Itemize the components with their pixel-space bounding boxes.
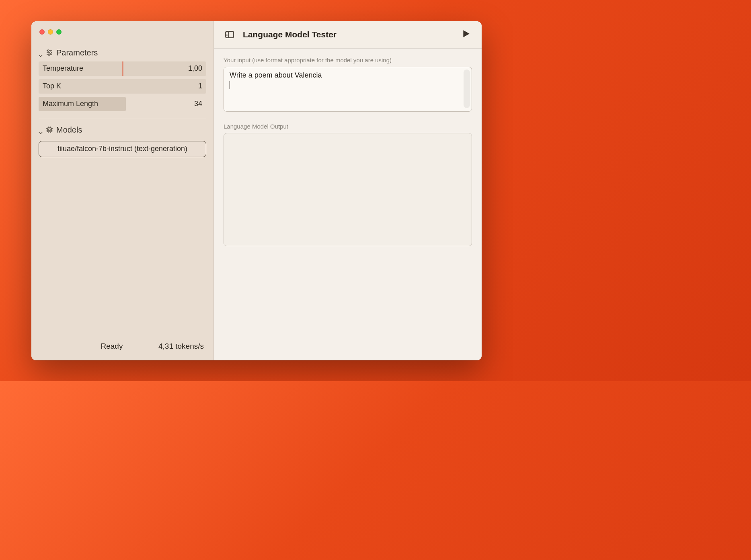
temperature-label: Temperature [43, 64, 83, 73]
token-rate-text: 4,31 tokens/s [158, 342, 204, 351]
maxlen-slider[interactable]: Maximum Length 34 [39, 97, 206, 111]
app-window: Parameters Temperature 1,00 Top K 1 Maxi… [31, 21, 482, 360]
parameters-section-label: Parameters [56, 48, 98, 57]
svg-rect-6 [47, 128, 51, 132]
maxlen-label: Maximum Length [43, 100, 98, 108]
prompt-input-text: Write a poem about Valencia [230, 71, 466, 80]
maxlen-value: 34 [194, 100, 202, 108]
run-button[interactable] [462, 29, 470, 40]
model-selector[interactable]: tiiuae/falcon-7b-instruct (text-generati… [39, 141, 206, 157]
text-cursor [230, 81, 230, 89]
chevron-down-icon [39, 51, 43, 55]
output-field-label: Language Model Output [224, 123, 472, 130]
window-controls [31, 21, 213, 35]
main-pane: Language Model Tester Your input (use fo… [214, 21, 482, 360]
sidebar-toggle-icon[interactable] [225, 31, 234, 38]
svg-rect-16 [226, 31, 234, 38]
minimize-window-button[interactable] [48, 29, 53, 35]
chip-icon [46, 126, 53, 133]
model-selected-label: tiiuae/falcon-7b-instruct (text-generati… [57, 145, 187, 153]
prompt-input[interactable]: Write a poem about Valencia [224, 67, 472, 112]
svg-point-3 [50, 52, 51, 53]
topk-slider[interactable]: Top K 1 [39, 79, 206, 94]
models-section-label: Models [56, 125, 82, 135]
svg-point-1 [47, 50, 49, 51]
sidebar: Parameters Temperature 1,00 Top K 1 Maxi… [31, 21, 214, 360]
models-section-header[interactable]: Models [31, 124, 213, 139]
svg-rect-7 [49, 129, 50, 131]
temperature-value: 1,00 [188, 64, 202, 73]
zoom-window-button[interactable] [56, 29, 62, 35]
toolbar: Language Model Tester [214, 21, 482, 49]
sidebar-footer: Ready 4,31 tokens/s [31, 342, 213, 360]
status-text: Ready [65, 342, 158, 351]
section-divider [39, 118, 206, 118]
svg-point-5 [48, 54, 50, 55]
topk-label: Top K [43, 82, 61, 90]
page-title: Language Model Tester [243, 30, 337, 39]
sliders-icon [46, 49, 53, 56]
parameters-section-header[interactable]: Parameters [31, 47, 213, 61]
temperature-slider[interactable]: Temperature 1,00 [39, 61, 206, 76]
close-window-button[interactable] [39, 29, 45, 35]
chevron-down-icon [39, 128, 43, 132]
topk-value: 1 [198, 82, 202, 90]
content-area: Your input (use format appropriate for t… [214, 49, 482, 254]
output-textarea[interactable] [224, 133, 472, 246]
input-scrollbar[interactable] [464, 69, 470, 108]
input-field-label: Your input (use format appropriate for t… [224, 57, 472, 63]
